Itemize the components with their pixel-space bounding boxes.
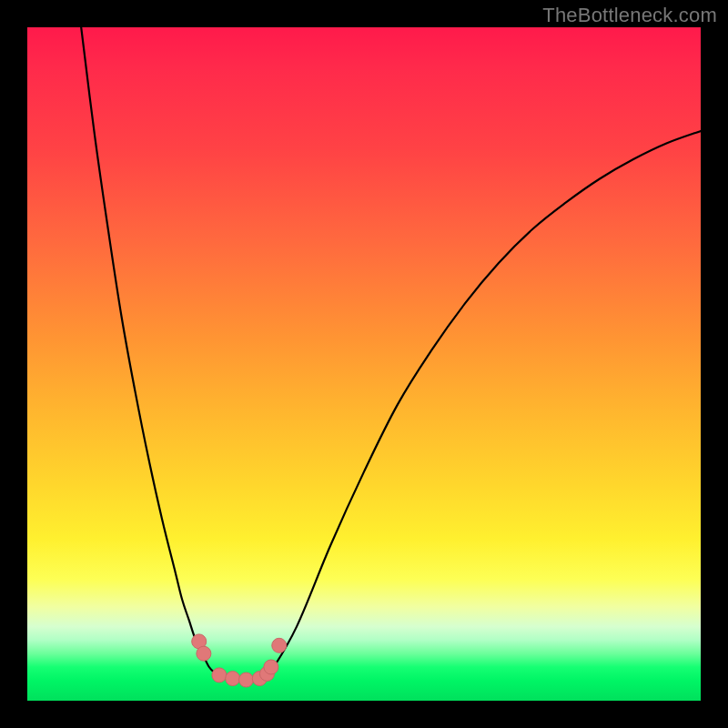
valley-markers xyxy=(192,634,287,687)
valley-marker xyxy=(197,646,211,661)
valley-marker xyxy=(212,668,227,682)
plot-area xyxy=(27,27,701,701)
bottleneck-curve xyxy=(81,27,701,681)
valley-marker xyxy=(239,672,254,687)
valley-marker xyxy=(272,638,287,652)
curve-layer xyxy=(27,27,701,701)
valley-marker xyxy=(252,672,267,686)
valley-marker xyxy=(226,672,240,686)
watermark-text: TheBottleneck.com xyxy=(542,4,717,27)
valley-marker xyxy=(259,666,274,681)
valley-marker xyxy=(264,660,278,674)
valley-marker xyxy=(192,634,207,649)
chart-frame: TheBottleneck.com xyxy=(0,0,728,728)
